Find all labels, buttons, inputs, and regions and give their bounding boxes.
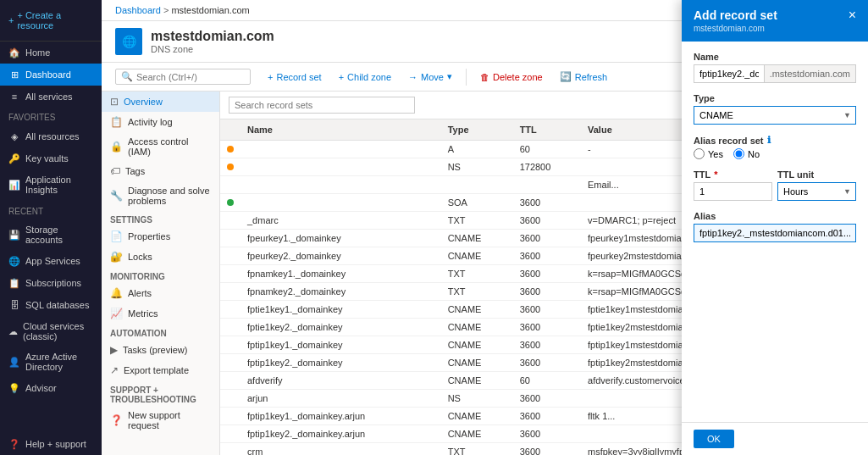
subscriptions-icon: 📋 bbox=[8, 277, 20, 289]
row-name: fptip1key1._domainkey bbox=[240, 336, 441, 354]
sidebar-item-home-label: Home bbox=[25, 47, 50, 58]
delete-icon: 🗑 bbox=[480, 72, 489, 82]
ttl-unit-group: TTL unit Seconds Minutes Hours Days bbox=[777, 169, 856, 201]
table-search-input[interactable] bbox=[229, 97, 415, 114]
child-zone-button[interactable]: + Child zone bbox=[332, 69, 398, 86]
row-indicator-cell bbox=[220, 425, 240, 443]
sidebar-item-storage[interactable]: 💾 Storage accounts bbox=[0, 219, 102, 250]
row-ttl: 60 bbox=[513, 141, 581, 158]
monitoring-section: Monitoring bbox=[102, 267, 219, 283]
row-ttl: 3600 bbox=[513, 319, 581, 336]
col-name[interactable]: Name bbox=[240, 119, 441, 141]
ttl-input[interactable] bbox=[694, 182, 772, 201]
alias-no-input[interactable] bbox=[733, 148, 744, 159]
nav-metrics[interactable]: 📈 Metrics bbox=[102, 303, 219, 324]
sidebar-item-cloud-services[interactable]: ☁ Cloud services (classic) bbox=[0, 316, 102, 347]
ttl-unit-select[interactable]: Seconds Minutes Hours Days bbox=[777, 182, 856, 201]
nav-access-control[interactable]: 🔒 Access control (IAM) bbox=[102, 132, 219, 161]
nav-activity-log[interactable]: 📋 Activity log bbox=[102, 112, 219, 132]
row-type: CNAME bbox=[441, 408, 513, 425]
alias-no-radio[interactable]: No bbox=[733, 148, 760, 159]
recent-section-label: Recent bbox=[0, 203, 102, 219]
row-type: CNAME bbox=[441, 336, 513, 354]
sidebar-item-dashboard[interactable]: ⊞ Dashboard bbox=[0, 64, 102, 86]
nav-overview[interactable]: ⊡ Overview bbox=[102, 92, 219, 112]
nav-tags[interactable]: 🏷 Tags bbox=[102, 161, 219, 181]
row-indicator-cell bbox=[220, 372, 240, 390]
nav-new-support[interactable]: ❓ New support request bbox=[102, 406, 219, 435]
sql-icon: 🗄 bbox=[8, 299, 20, 311]
storage-icon: 💾 bbox=[8, 229, 20, 241]
row-indicator-cell bbox=[220, 319, 240, 336]
sidebar-item-app-insights[interactable]: 📊 Application Insights bbox=[0, 169, 102, 200]
alias-input[interactable] bbox=[694, 224, 856, 242]
nav-tasks[interactable]: ▶ Tasks (preview) bbox=[102, 340, 219, 360]
col-type[interactable]: Type bbox=[441, 119, 513, 141]
nav-access-control-label: Access control (IAM) bbox=[128, 136, 211, 157]
sidebar-item-all-resources[interactable]: ◈ All resources bbox=[0, 125, 102, 147]
create-resource-label: + Create a resource bbox=[17, 10, 93, 31]
alias-yes-input[interactable] bbox=[694, 148, 705, 159]
sidebar-item-app-services[interactable]: 🌐 App Services bbox=[0, 250, 102, 272]
sidebar-item-dashboard-label: Dashboard bbox=[25, 69, 71, 80]
sidebar-item-home[interactable]: 🏠 Home bbox=[0, 42, 102, 64]
row-name: fptip1key2._domainkey.arjun bbox=[240, 425, 441, 443]
tags-icon: 🏷 bbox=[110, 165, 120, 177]
refresh-button[interactable]: 🔄 Refresh bbox=[553, 68, 615, 86]
nav-tasks-label: Tasks (preview) bbox=[123, 345, 187, 355]
row-type: CNAME bbox=[441, 319, 513, 336]
row-type: CNAME bbox=[441, 230, 513, 247]
row-type: CNAME bbox=[441, 372, 513, 390]
nav-alerts-label: Alerts bbox=[128, 288, 152, 298]
nav-locks-label: Locks bbox=[128, 252, 152, 262]
sidebar-item-key-vaults-label: Key vaults bbox=[25, 153, 69, 164]
sidebar-item-aad[interactable]: 👤 Azure Active Directory bbox=[0, 347, 102, 377]
sidebar-item-help-label: Help + support bbox=[25, 439, 86, 449]
delete-zone-label: Delete zone bbox=[493, 72, 543, 82]
delete-zone-button[interactable]: 🗑 Delete zone bbox=[473, 69, 550, 86]
nav-properties-label: Properties bbox=[128, 231, 170, 241]
row-ttl: 3600 bbox=[513, 336, 581, 354]
sidebar-item-sql-db[interactable]: 🗄 SQL databases bbox=[0, 294, 102, 316]
type-select[interactable]: CNAME A AAAA CAA MX NS PTR SOA SRV TXT bbox=[694, 106, 856, 125]
alias-info-icon[interactable]: ℹ bbox=[767, 135, 771, 146]
panel-close-button[interactable]: × bbox=[849, 8, 856, 22]
favorites-section-label: FAVORITES bbox=[0, 109, 102, 125]
breadcrumb-parent[interactable]: Dashboard bbox=[115, 5, 161, 15]
sidebar-item-cloud-label: Cloud services (classic) bbox=[23, 321, 93, 341]
sidebar-item-all-services[interactable]: ≡ All services bbox=[0, 86, 102, 108]
alias-yes-radio[interactable]: Yes bbox=[694, 148, 723, 159]
record-set-button[interactable]: + Record set bbox=[261, 69, 329, 86]
col-ttl[interactable]: TTL bbox=[513, 119, 581, 141]
help-icon: ❓ bbox=[8, 438, 20, 450]
record-set-label: Record set bbox=[276, 72, 321, 82]
sidebar-item-app-services-label: App Services bbox=[25, 256, 80, 266]
search-box[interactable]: 🔍 bbox=[115, 69, 251, 85]
move-label: Move bbox=[421, 72, 444, 82]
nav-export[interactable]: ↗ Export template bbox=[102, 360, 219, 380]
alias-record-set-label: Alias record set ℹ bbox=[694, 135, 856, 146]
row-name: fpnamkey2._domainkey bbox=[240, 283, 441, 301]
nav-locks[interactable]: 🔐 Locks bbox=[102, 247, 219, 267]
tasks-icon: ▶ bbox=[110, 344, 118, 356]
sidebar-item-key-vaults[interactable]: 🔑 Key vaults bbox=[0, 147, 102, 169]
nav-activity-log-label: Activity log bbox=[128, 117, 173, 127]
move-button[interactable]: → Move ▾ bbox=[401, 68, 459, 86]
status-orange-dot bbox=[227, 146, 234, 153]
create-resource-button[interactable]: + + Create a resource bbox=[8, 7, 93, 34]
nav-properties[interactable]: 📄 Properties bbox=[102, 226, 219, 247]
row-name bbox=[240, 141, 441, 158]
panel-header-text: Add record set mstestdomian.com bbox=[694, 8, 777, 33]
nav-alerts[interactable]: 🔔 Alerts bbox=[102, 283, 219, 303]
sidebar-item-advisor[interactable]: 💡 Advisor bbox=[0, 377, 102, 399]
alias-label: Alias bbox=[694, 211, 856, 221]
nav-diagnose[interactable]: 🔧 Diagnose and solve problems bbox=[102, 181, 219, 210]
sidebar-item-subscriptions[interactable]: 📋 Subscriptions bbox=[0, 272, 102, 294]
search-input[interactable] bbox=[136, 72, 245, 82]
row-name bbox=[240, 194, 441, 212]
row-indicator-cell bbox=[220, 141, 240, 158]
panel-body: Name .mstestdomian.com Type CNAME A AAAA… bbox=[682, 42, 868, 422]
ok-button[interactable]: OK bbox=[694, 430, 734, 448]
name-input[interactable] bbox=[694, 65, 764, 82]
sidebar-item-help[interactable]: ❓ Help + support bbox=[0, 433, 102, 455]
